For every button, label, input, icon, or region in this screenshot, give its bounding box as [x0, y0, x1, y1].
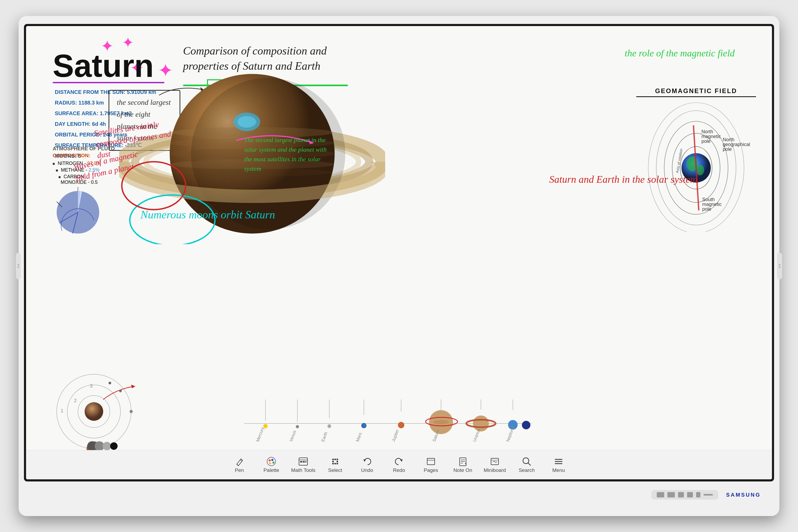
svg-point-91 — [110, 442, 118, 450]
svg-point-43 — [122, 162, 186, 210]
toolbar-search[interactable]: Search — [511, 452, 543, 478]
select-icon — [330, 457, 340, 466]
note-on-icon — [458, 457, 468, 466]
right-handle[interactable] — [777, 253, 782, 279]
toolbar-undo[interactable]: Undo — [351, 452, 383, 478]
svg-text:Saturn: Saturn — [432, 429, 440, 442]
svg-point-108 — [332, 463, 334, 464]
svg-text:2: 2 — [74, 398, 77, 403]
whiteboard[interactable]: ✦ ✦ ✦ Saturn ✦ DISTANCE FROM THE SUN: 5.… — [26, 26, 772, 479]
select-label: Select — [328, 467, 342, 473]
svg-text:pole: pole — [701, 138, 710, 144]
math-tools-label: Math Tools — [291, 467, 316, 473]
miniboard-icon — [490, 457, 499, 466]
svg-point-109 — [337, 463, 338, 464]
port-3 — [678, 492, 684, 497]
svg-text:1: 1 — [61, 408, 63, 413]
toolbar-menu[interactable]: Menu — [543, 452, 574, 478]
svg-text:3: 3 — [90, 383, 93, 388]
monitor-outer: ✦ ✦ ✦ Saturn ✦ DISTANCE FROM THE SUN: 5.… — [19, 16, 779, 516]
svg-text:South: South — [702, 197, 715, 202]
screen: ✦ ✦ ✦ Saturn ✦ DISTANCE FROM THE SUN: 5.… — [26, 26, 772, 479]
svg-text:Venus: Venus — [289, 430, 297, 442]
port-1 — [657, 492, 664, 497]
toolbar: Pen Palette Math Tools — [26, 450, 772, 479]
geomagnetic-section: GEOMAGNETIC FIELD — [636, 87, 756, 233]
svg-marker-92 — [131, 385, 135, 388]
toolbar-palette[interactable]: Palette — [255, 452, 287, 478]
svg-point-67 — [522, 421, 530, 429]
svg-point-124 — [523, 458, 529, 464]
magnetic-role-text: the role of the magnetic field — [625, 46, 735, 60]
svg-text:North: North — [701, 129, 713, 134]
svg-text:Mercury: Mercury — [255, 426, 265, 442]
toolbar-miniboard[interactable]: Miniboard — [479, 452, 511, 478]
note-on-label: Note On — [454, 467, 472, 473]
toolbar-note-on[interactable]: Note On — [447, 452, 479, 478]
search-icon — [522, 457, 531, 466]
port-4 — [687, 492, 693, 497]
samsung-logo: SAMSUNG — [726, 492, 761, 498]
svg-rect-116 — [427, 458, 435, 465]
bottom-bar: SAMSUNG — [24, 481, 774, 508]
undo-label: Undo — [361, 467, 373, 473]
svg-marker-114 — [363, 459, 366, 461]
svg-text:North: North — [723, 137, 735, 142]
svg-point-59 — [398, 422, 404, 428]
pages-label: Pages — [424, 467, 438, 473]
svg-point-90 — [103, 442, 111, 450]
svg-rect-118 — [460, 458, 466, 466]
pen-icon — [234, 457, 244, 466]
svg-line-125 — [528, 463, 531, 466]
svg-point-107 — [337, 459, 338, 460]
menu-icon — [554, 457, 564, 466]
toolbar-math-tools[interactable]: Math Tools — [287, 452, 319, 478]
svg-point-110 — [334, 459, 336, 460]
palette-label: Palette — [263, 467, 279, 473]
geo-underline — [636, 96, 756, 97]
svg-rect-103 — [300, 461, 302, 462]
connectivity-ports — [651, 490, 718, 499]
svg-text:Earth: Earth — [321, 431, 328, 442]
solar-system-row: Mercury Venus Earth Mars Jupiter Saturn … — [244, 397, 531, 445]
svg-point-58 — [364, 424, 366, 426]
toolbar-pages[interactable]: Pages — [415, 452, 447, 478]
port-2 — [667, 492, 675, 497]
svg-line-93 — [237, 464, 238, 466]
svg-point-111 — [334, 463, 336, 464]
port-5 — [696, 492, 700, 497]
svg-line-94 — [240, 460, 242, 461]
svg-rect-105 — [305, 461, 306, 462]
svg-point-79 — [84, 402, 103, 421]
toolbar-select[interactable]: Select — [319, 452, 351, 478]
svg-text:magnetic: magnetic — [702, 202, 722, 207]
svg-point-113 — [337, 461, 338, 462]
monitor-bezel: ✦ ✦ ✦ Saturn ✦ DISTANCE FROM THE SUN: 5.… — [24, 24, 774, 481]
svg-point-55 — [296, 425, 299, 428]
pages-icon — [426, 457, 436, 466]
svg-text:pole: pole — [702, 206, 711, 212]
miniboard-label: Miniboard — [483, 467, 506, 473]
redo-icon — [394, 457, 404, 466]
svg-point-56 — [327, 424, 331, 428]
svg-text:geographical: geographical — [723, 142, 750, 147]
svg-text:magnetic: magnetic — [701, 134, 721, 139]
left-handle[interactable] — [16, 253, 21, 279]
svg-text:Neptune: Neptune — [506, 425, 515, 442]
toolbar-pen[interactable]: Pen — [224, 452, 255, 478]
svg-point-100 — [270, 461, 273, 463]
svg-point-20 — [238, 116, 256, 128]
pen-label: Pen — [235, 467, 244, 473]
saturn-earth-text: Saturn and Earth in the solar system — [549, 172, 698, 187]
toolbar-redo[interactable]: Redo — [383, 452, 415, 478]
svg-point-61 — [433, 420, 449, 424]
svg-point-112 — [332, 461, 334, 462]
geo-title: GEOMAGNETIC FIELD — [636, 87, 756, 95]
search-label: Search — [519, 467, 535, 473]
svg-point-83 — [130, 410, 133, 413]
svg-rect-104 — [303, 461, 305, 462]
svg-marker-115 — [400, 459, 403, 461]
second-largest-annotation: The second largest planet in the solar s… — [244, 135, 329, 173]
port-6 — [704, 494, 713, 496]
menu-label: Menu — [552, 467, 565, 473]
